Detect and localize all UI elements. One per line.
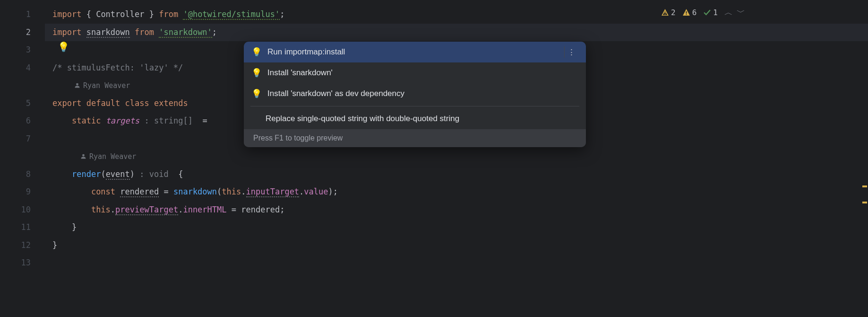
lightbulb-icon: 💡 — [251, 68, 262, 78]
svg-rect-1 — [665, 14, 665, 14]
intention-action-item[interactable]: 💡 Install 'snarkdown' as dev dependency — [244, 83, 586, 104]
svg-rect-0 — [665, 11, 665, 13]
gutter: 1 2 3 4 5 6 7 8 9 10 11 12 13 — [0, 0, 45, 317]
warning-triangle-icon — [661, 9, 669, 17]
svg-rect-3 — [686, 14, 687, 15]
line-number[interactable]: 8 — [0, 166, 45, 184]
blame-author: Ryan Weaver — [89, 152, 136, 161]
person-icon — [80, 153, 86, 159]
intention-actions-popup: 💡 Run importmap:install ⋮ 💡 Install 'sna… — [244, 42, 586, 147]
lightbulb-icon: 💡 — [251, 47, 262, 57]
warning-marker[interactable] — [862, 202, 867, 203]
code-line-12[interactable]: } — [45, 237, 868, 255]
line-number[interactable]: 5 — [0, 95, 45, 113]
code-line-8[interactable]: render(event) : void { — [45, 166, 868, 184]
line-number[interactable]: 2 — [0, 24, 45, 42]
intention-bulb-icon[interactable]: 💡 — [58, 41, 69, 53]
popup-hint: Press F1 to toggle preview — [244, 129, 586, 147]
error-stripe[interactable] — [861, 0, 868, 317]
warning-triangle-icon — [682, 9, 690, 17]
code-line-11[interactable]: } — [45, 219, 868, 237]
intention-action-label: Run importmap:install — [267, 47, 559, 57]
weak-warning-count[interactable]: 2 — [661, 8, 676, 17]
code-line-10[interactable]: this.previewTarget.innerHTML = rendered; — [45, 201, 868, 219]
line-number[interactable]: 13 — [0, 254, 45, 272]
line-number[interactable]: 7 — [0, 130, 45, 148]
line-number[interactable]: 12 — [0, 237, 45, 255]
intention-action-label: Replace single-quoted string with double… — [266, 114, 578, 123]
line-number[interactable]: 9 — [0, 183, 45, 201]
divider — [250, 106, 579, 106]
blame-author: Ryan Weaver — [83, 81, 130, 90]
intention-action-label: Install 'snarkdown' as dev dependency — [267, 89, 578, 98]
ok-count[interactable]: 1 — [703, 8, 718, 17]
inspection-status-bar[interactable]: 2 6 1 ︿ ﹀ — [661, 7, 745, 18]
line-number[interactable]: 1 — [0, 6, 45, 24]
line-number[interactable]: 4 — [0, 59, 45, 77]
warning-count[interactable]: 6 — [682, 8, 697, 17]
inspection-nav: ︿ ﹀ — [724, 7, 745, 18]
svg-rect-2 — [686, 11, 687, 13]
intention-action-item[interactable]: 💡 Run importmap:install ⋮ — [244, 42, 586, 62]
line-number[interactable]: 3 — [0, 41, 45, 59]
code-line-2[interactable]: import snarkdown from 'snarkdown'; — [45, 24, 868, 42]
chevron-up-icon[interactable]: ︿ — [724, 7, 733, 18]
lightbulb-icon: 💡 — [251, 88, 262, 99]
more-vertical-icon[interactable]: ⋮ — [564, 46, 578, 58]
line-number[interactable]: 10 — [0, 201, 45, 219]
line-number[interactable]: 6 — [0, 112, 45, 130]
person-icon — [74, 82, 80, 88]
line-number[interactable] — [0, 77, 45, 95]
chevron-down-icon[interactable]: ﹀ — [737, 7, 745, 18]
git-blame-annotation[interactable]: Ryan Weaver — [45, 148, 868, 166]
intention-action-label: Install 'snarkdown' — [267, 68, 578, 78]
intention-action-item[interactable]: Replace single-quoted string with double… — [244, 108, 586, 129]
line-number[interactable] — [0, 148, 45, 166]
line-number[interactable]: 11 — [0, 219, 45, 237]
checkmark-icon — [703, 9, 711, 17]
warning-marker[interactable] — [862, 185, 867, 187]
intention-action-item[interactable]: 💡 Install 'snarkdown' — [244, 62, 586, 83]
code-line-9[interactable]: const rendered = snarkdown(this.inputTar… — [45, 183, 868, 201]
code-line-13[interactable] — [45, 254, 868, 272]
